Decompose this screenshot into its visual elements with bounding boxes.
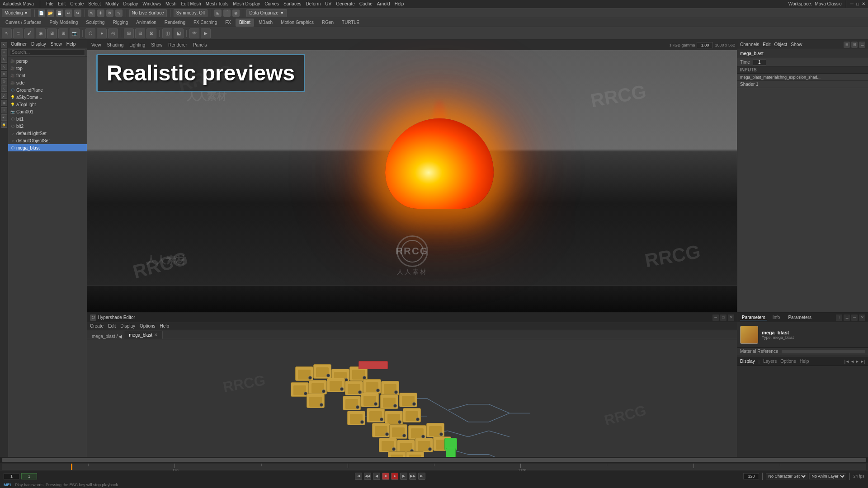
outliner-menu-show[interactable]: Show [51,42,62,47]
menu-curves[interactable]: Curves [264,1,279,6]
menu-file[interactable]: File [46,1,53,6]
params-close-btn[interactable]: ✕ [859,314,865,321]
menu-modify[interactable]: Modify [105,1,118,6]
eye-btn[interactable]: 👁 [189,28,199,38]
sculpt-vtool[interactable]: ◉ [1,100,7,106]
vp-menu-shading[interactable]: Shading [105,42,126,49]
ng-red-bar-node[interactable] [359,361,388,369]
vp-menu-renderer[interactable]: Renderer [166,42,189,49]
ng-node-6[interactable] [309,380,327,394]
outliner-item-persp[interactable]: 🎥 persp [8,57,87,65]
lassosel-vtool[interactable]: ⊂ [1,85,7,92]
menu-generate[interactable]: Generate [336,1,355,6]
outliner-item-defaultobjectset[interactable]: ○ defaultObjectSet [8,137,87,144]
ng-node-11[interactable] [307,394,325,408]
vp-gamma-input[interactable] [697,42,713,48]
sym1-btn[interactable]: ⊞ [124,28,134,38]
menu-mesh[interactable]: Mesh [165,1,176,6]
vp-menu-panels[interactable]: Panels [191,42,209,49]
ng-node-28[interactable] [388,451,406,457]
play-end-btn[interactable]: ⏭ [418,473,425,480]
outliner-item-top[interactable]: 🎥 top [8,65,87,72]
play-prev-btn[interactable]: ▶ [201,28,211,38]
scale-icon[interactable]: ⤡ [115,9,123,17]
no-anim-layer-select[interactable]: No Anim Layer [809,473,846,479]
vp-menu-lighting[interactable]: Lighting [127,42,147,49]
menu-create[interactable]: Create [70,1,84,6]
softsel-vtool[interactable]: ◎ [1,78,7,84]
time-input[interactable] [753,59,766,66]
snap-curve-icon[interactable]: ⌒ [223,9,231,17]
outliner-item-defaultlightset[interactable]: ○ defaultLightSet [8,130,87,137]
rivet-vtool[interactable]: ⌖ [1,107,7,113]
menu-select[interactable]: Select [88,1,101,6]
show-vtool[interactable]: 👁 [1,114,7,121]
params-nav-fwd[interactable]: ► [855,359,859,364]
open-icon[interactable]: 📂 [47,9,54,17]
tab-mmash[interactable]: MBash [255,19,276,27]
menu-edit[interactable]: Edit [58,1,66,6]
hist1-btn[interactable]: ◫ [162,28,172,38]
move-icon[interactable]: ✛ [97,9,104,17]
step-back-btn[interactable]: ◀ [373,473,380,480]
move-vtool[interactable]: ✛ [1,49,7,56]
save-icon[interactable]: 💾 [56,9,63,17]
outliner-item-megablast[interactable]: ⬡ mega_blast [8,144,87,151]
mode-selector[interactable]: Modeling ▼ [2,9,31,17]
cb-menu-channels[interactable]: Channels [740,42,759,47]
select-mode-btn[interactable]: ↖ [2,28,12,38]
scale-vtool[interactable]: ⤡ [1,64,7,70]
tab-poly-modeling[interactable]: Poly Modeling [46,19,81,27]
ng-node-16[interactable] [347,411,365,425]
vp-menu-view[interactable]: View [89,42,104,49]
ng-node-23[interactable] [426,423,444,437]
tab-rgen[interactable]: RGen [318,19,337,27]
ng-node-green-2[interactable] [446,448,456,457]
ng-node-2[interactable] [313,364,331,379]
ng-node-7[interactable] [327,378,345,392]
tab-motion-graphics[interactable]: Motion Graphics [277,19,317,27]
tab-sculpting[interactable]: Sculpting [82,19,108,27]
redo-icon[interactable]: ↪ [74,9,81,17]
sym3-btn[interactable]: ⊠ [146,28,156,38]
tab-bilbet[interactable]: Bilbet [236,19,254,27]
cb-icon-2[interactable]: ⊟ [851,42,858,48]
ng-breadcrumb[interactable]: mega_blast / [92,334,118,339]
lasso-btn[interactable]: ⊂ [13,28,23,38]
ng-node-17[interactable] [367,408,385,422]
params-display-help[interactable]: Help [800,359,809,364]
ng-node-10[interactable] [381,381,399,395]
paint-vtool[interactable]: 🖌 [1,93,7,99]
vp-menu-show[interactable]: Show [149,42,165,49]
ng-menu-create[interactable]: Create [90,324,104,328]
cb-menu-object[interactable]: Object [774,42,788,47]
ng-node-1[interactable] [295,366,313,381]
step-fwd-btn[interactable]: ▶ [400,473,407,480]
ng-node-24[interactable] [379,438,397,452]
sculpt-btn[interactable]: ◉ [36,28,46,38]
menu-cache[interactable]: Cache [359,1,373,6]
select-vtool[interactable]: ↖ [1,42,7,48]
lock-vtool[interactable]: 🔒 [1,122,7,128]
viewport[interactable]: View Shading Lighting Show Renderer Pane… [87,40,737,312]
select-icon[interactable]: ↖ [88,9,95,17]
tab-fx-caching[interactable]: FX Caching [190,19,221,27]
timeline-ticks[interactable]: 120 1120 [0,463,868,471]
display-btn[interactable]: 🖥 [47,28,57,38]
ng-minimize-btn[interactable]: ─ [712,314,719,321]
frame-start-input[interactable] [4,473,19,479]
timeline-scroll-thumb[interactable] [2,458,866,462]
window-close[interactable]: ✕ [862,1,865,6]
snap-point-icon[interactable]: ⊕ [232,9,240,17]
menu-deform[interactable]: Deform [306,1,321,6]
ng-node-21[interactable] [389,424,407,439]
params-nav-start[interactable]: |◄ [844,359,849,364]
ng-menu-options[interactable]: Options [140,324,155,328]
window-maximize[interactable]: □ [856,1,859,6]
params-display-options[interactable]: Options [780,359,796,364]
params-btn-2[interactable]: ☰ [844,314,850,321]
cb-icon-3[interactable]: ☰ [859,42,865,48]
ng-menu-edit[interactable]: Edit [108,324,116,328]
cb-menu-show[interactable]: Show [791,42,802,47]
menu-mesh-tools[interactable]: Mesh Tools [206,1,228,6]
